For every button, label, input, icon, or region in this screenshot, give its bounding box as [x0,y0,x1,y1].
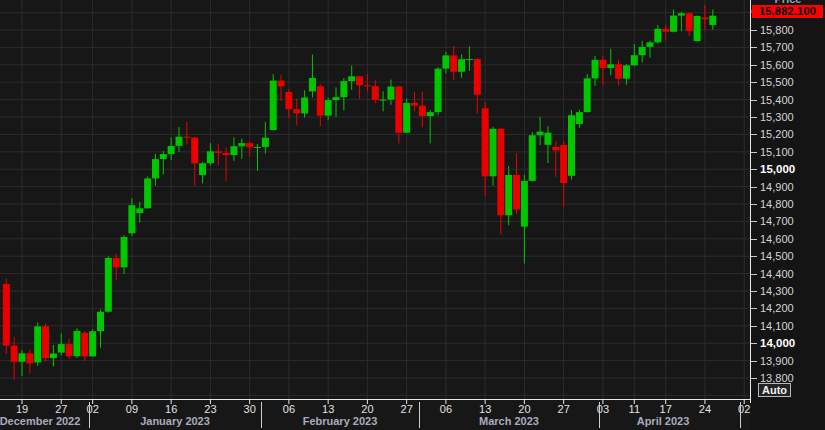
x-axis-day-label: 20 [518,403,530,415]
candle-body [333,97,340,100]
price-axis-label: 14,700 [760,215,794,227]
candle-body [670,16,677,32]
candle-body [356,76,363,85]
x-axis-day-label: 11 [629,403,640,415]
candlestick-chart[interactable] [0,0,751,405]
candle-body [387,87,394,100]
candle-body [223,153,230,155]
candle-body [113,258,120,267]
candle-body [458,59,465,72]
candle-body [348,76,355,81]
price-axis-label: 15,600 [760,59,794,71]
price-axis-label: 14,000 [760,337,795,349]
x-axis-day-label: 27 [55,403,67,415]
candle-body [521,181,528,227]
price-axis-label: 13,900 [760,355,794,367]
candle-body [66,344,73,356]
candle-body [191,138,198,164]
month-separator-tick [599,402,600,428]
month-separator-tick [89,402,90,428]
candle-body [105,258,112,312]
x-axis-day-label: 06 [440,403,452,415]
candle-body [285,92,292,109]
candle-body [317,86,324,115]
candle-body [474,59,481,95]
candle-body [262,138,269,147]
candle-body [442,55,449,68]
candle-body [81,333,88,357]
candle-body [325,100,332,115]
candle-body [301,98,308,114]
x-axis-month-label: February 2023 [303,415,378,428]
price-axis-label: 15,500 [760,76,794,88]
candle-body [505,175,512,215]
candle-body [529,135,536,181]
candle-body [607,64,614,68]
last-price-tick [751,10,752,13]
candle-body [497,129,504,215]
price-axis-label: 15,200 [760,128,794,140]
price-axis-label: 15,400 [760,94,794,106]
x-axis-month-label: January 2023 [140,415,210,428]
candle-body [3,284,10,346]
candle-body [34,326,41,362]
candle-body [592,60,599,79]
candle-body [631,55,638,65]
month-separator-tick [261,402,262,428]
candle-body [395,87,402,133]
x-axis-day-label: 24 [699,403,711,415]
x-axis-day-label: 09 [126,403,138,415]
month-separator-tick [419,402,420,428]
candle-body [466,59,473,60]
candle-body [309,78,316,91]
x-axis-day-label: 27 [401,403,413,415]
chart-canvas[interactable] [0,0,751,405]
x-axis-day-label: 17 [660,403,672,415]
candle-body [544,133,551,145]
x-axis-day-label: 27 [558,403,570,415]
candle-body [19,353,26,362]
candle-body [599,60,606,68]
candle-body [513,175,520,210]
candle-body [230,146,237,155]
x-axis-day-label: 23 [204,403,216,415]
candle-body [403,103,410,133]
candle-body [694,16,701,41]
x-axis-day-label: 19 [16,403,28,415]
auto-scale-button[interactable]: Auto [758,383,791,397]
candle-body [647,42,654,47]
x-axis-month-label: March 2023 [479,415,539,428]
x-axis-day-label: 13 [322,403,334,415]
chart-window: Price 15,882.100 15,80015,70015,60015,50… [0,0,825,430]
candle-body [144,178,151,208]
candle-body [176,137,183,146]
candle-body [380,100,387,101]
candle-body [435,69,442,113]
price-axis-label: 15,700 [760,41,794,53]
candle-body [215,151,222,153]
x-axis-day-label: 06 [283,403,295,415]
candle-body [709,16,716,25]
candle-body [678,13,685,15]
candle-body [73,331,80,356]
candle-body [654,29,661,43]
month-separator-tick [740,402,741,428]
price-axis-label: 15,800 [760,24,794,36]
candle-body [168,146,175,154]
candle-body [58,344,65,353]
last-price-badge: 15,882.100 [752,5,823,18]
candle-body [427,112,434,116]
candle-body [482,108,489,176]
candle-body [238,143,245,146]
candle-body [26,353,33,363]
candle-body [639,47,646,55]
price-axis-label: 15,000 [760,163,795,175]
candle-body [152,159,159,178]
candle-body [97,312,104,331]
price-axis-label: 14,800 [760,198,794,210]
candle-body [560,145,567,183]
candle-body [364,85,371,86]
candle-body [615,64,622,78]
candle-body [372,86,379,100]
candle-body [121,237,128,267]
